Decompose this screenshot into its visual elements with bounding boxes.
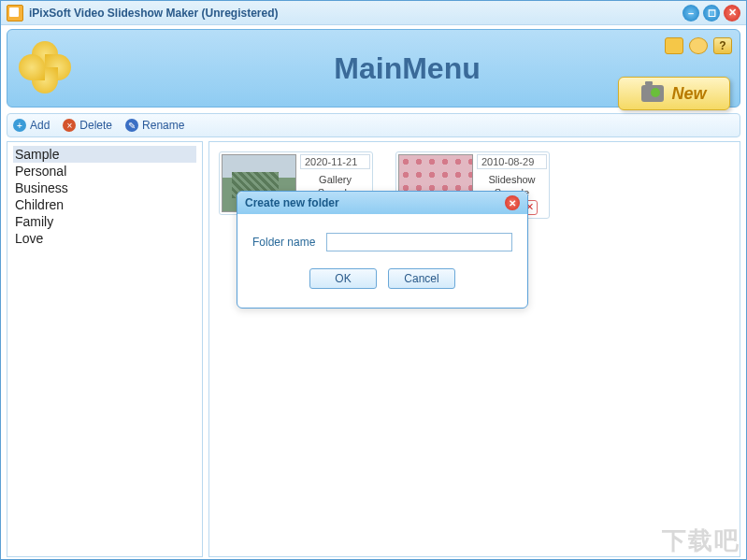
dialog-body: Folder name OK Cancel [237, 214, 527, 308]
add-icon: + [13, 119, 26, 132]
delete-button[interactable]: × Delete [63, 119, 112, 132]
toolbar: + Add × Delete ✎ Rename [7, 113, 740, 137]
app-window: iPixSoft Video Slideshow Maker (Unregist… [0, 0, 747, 560]
new-button-label: New [671, 84, 706, 104]
user-icon[interactable] [689, 37, 708, 54]
card-date: 2010-08-29 [477, 154, 547, 169]
folder-name-label: Folder name [252, 236, 315, 249]
sidebar-item-family[interactable]: Family [13, 213, 196, 230]
sidebar-item-personal[interactable]: Personal [13, 163, 196, 179]
titlebar: iPixSoft Video Slideshow Maker (Unregist… [1, 1, 746, 25]
dialog-buttons: OK Cancel [252, 268, 512, 300]
help-icon[interactable]: ? [713, 37, 732, 54]
maximize-button[interactable]: ◻ [703, 5, 720, 22]
sidebar-item-business[interactable]: Business [13, 179, 196, 196]
dialog-titlebar: Create new folder ✕ [237, 192, 527, 214]
window-controls: – ◻ ✕ [682, 5, 740, 22]
close-button[interactable]: ✕ [724, 5, 740, 22]
ok-button[interactable]: OK [309, 268, 377, 289]
create-folder-dialog: Create new folder ✕ Folder name OK Cance… [237, 191, 528, 309]
delete-label: Delete [79, 119, 112, 132]
camera-icon [641, 85, 664, 102]
card-date: 2020-11-21 [300, 154, 370, 169]
header-banner: MainMenu ? New [7, 29, 740, 108]
sidebar-item-children[interactable]: Children [13, 196, 196, 213]
note-icon[interactable] [665, 37, 683, 54]
folder-name-row: Folder name [252, 233, 512, 251]
add-label: Add [30, 119, 50, 132]
dialog-close-button[interactable]: ✕ [505, 195, 520, 210]
rename-button[interactable]: ✎ Rename [125, 119, 184, 132]
rename-icon: ✎ [125, 119, 138, 132]
app-icon [7, 5, 23, 22]
dialog-title-text: Create new folder [245, 196, 339, 209]
folder-sidebar: Sample Personal Business Children Family… [7, 141, 203, 557]
logo-icon [9, 36, 75, 101]
minimize-button[interactable]: – [682, 5, 699, 22]
folder-name-input[interactable] [326, 233, 512, 251]
window-title: iPixSoft Video Slideshow Maker (Unregist… [29, 7, 682, 20]
cancel-button[interactable]: Cancel [388, 268, 455, 289]
add-button[interactable]: + Add [13, 119, 50, 132]
sidebar-item-love[interactable]: Love [13, 230, 196, 247]
header-utility-icons: ? [665, 37, 732, 54]
delete-icon: × [63, 119, 76, 132]
rename-label: Rename [142, 119, 184, 132]
sidebar-item-sample[interactable]: Sample [13, 146, 196, 163]
new-button[interactable]: New [618, 77, 730, 110]
